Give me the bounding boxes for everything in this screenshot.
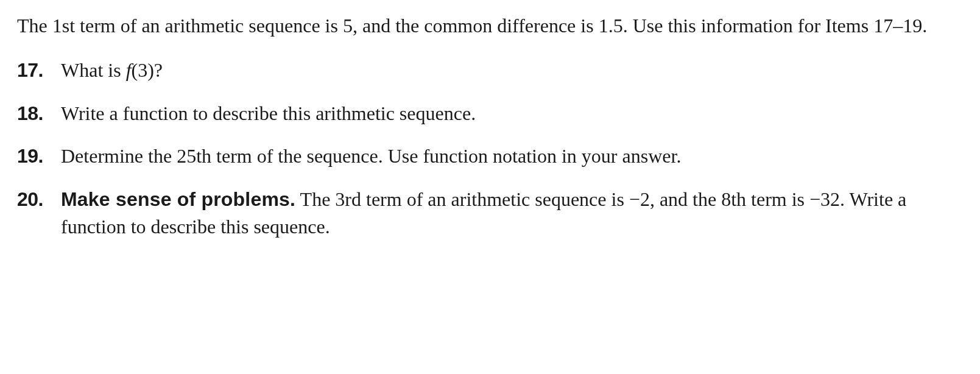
problem-19: 19. Determine the 25th term of the seque… [17,143,963,170]
problem-17: 17. What is f(3)? [17,57,963,84]
negative-number: −2 [629,188,650,210]
intro-block: The 1st term of an arithmetic sequence i… [17,12,963,40]
problem-bold-label: Make sense of problems. [61,188,295,210]
intro-line-2: Use this information for Items 17–19. [633,15,927,37]
negative-number: −32 [809,188,840,210]
function-letter: f [126,59,132,81]
problem-number: 19. [17,143,61,170]
problem-number: 20. [17,186,61,213]
problem-body: Determine the 25th term of the sequence.… [61,143,963,170]
text: The 3rd term of an arithmetic sequence i… [295,188,629,210]
problem-number: 18. [17,100,61,127]
text: Write a function to describe this arithm… [61,102,476,124]
text: What is [61,59,126,81]
text: Determine the 25th term of the sequence.… [61,145,681,167]
problem-body: Write a function to describe this arithm… [61,100,963,127]
problem-body: Make sense of problems. The 3rd term of … [61,186,963,241]
function-arg: (3)? [132,59,163,81]
problem-20: 20. Make sense of problems. The 3rd term… [17,186,963,241]
problem-18: 18. Write a function to describe this ar… [17,100,963,127]
intro-line-1: The 1st term of an arithmetic sequence i… [17,15,628,37]
text: , and the 8th term is [650,188,809,210]
problem-body: What is f(3)? [61,57,963,84]
problem-number: 17. [17,57,61,84]
